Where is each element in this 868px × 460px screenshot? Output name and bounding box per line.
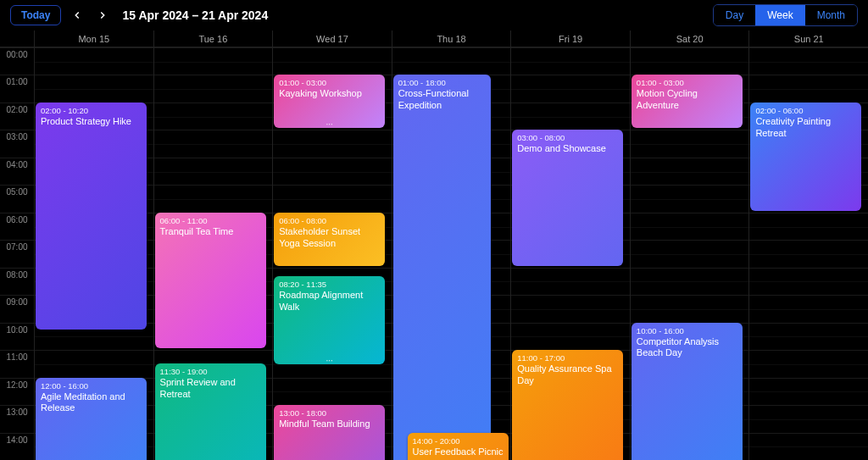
event-time: 03:00 - 08:00	[517, 133, 618, 142]
event-time: 12:00 - 16:00	[41, 381, 142, 391]
day-column-line	[630, 47, 631, 460]
hour-label: 12:00	[0, 379, 34, 405]
event-time: 08:20 - 11:35	[279, 280, 380, 289]
event-title: Roadmap Alignment Walk	[279, 290, 380, 313]
day-column-line	[34, 47, 35, 460]
header-left: Today 15 Apr 2024 – 21 Apr 2024	[10, 5, 268, 25]
half-hour-line	[34, 62, 868, 63]
prev-button[interactable]	[68, 6, 86, 25]
day-header[interactable]: Wed 17	[272, 30, 392, 47]
calendar-event[interactable]: 01:00 - 03:00Kayaking Workshop···	[274, 75, 385, 128]
event-time: 11:00 - 17:00	[517, 353, 618, 363]
hour-row: 00:00	[0, 47, 868, 75]
calendar-event[interactable]: 14:00 - 20:00User Feedback Picnic	[408, 433, 509, 460]
today-button[interactable]: Today	[10, 5, 61, 25]
event-time: 11:30 - 19:00	[160, 367, 261, 376]
event-time: 06:00 - 11:00	[160, 216, 261, 225]
calendar-event[interactable]: 01:00 - 18:00Cross-Functional Expedition	[393, 75, 491, 460]
calendar-event[interactable]: 11:30 - 19:00Sprint Review and Retreat	[155, 363, 266, 460]
calendar-event[interactable]: 12:00 - 16:00Agile Meditation and Releas…	[36, 378, 147, 460]
event-title: Mindful Team Building	[279, 418, 380, 430]
event-time: 10:00 - 16:00	[637, 326, 737, 335]
hour-label: 07:00	[0, 241, 34, 267]
calendar-event[interactable]: 06:00 - 11:00Tranquil Tea Time	[155, 213, 266, 348]
day-header[interactable]: Fri 19	[510, 30, 630, 47]
event-title: Sprint Review and Retreat	[160, 377, 261, 401]
event-title: Agile Meditation and Release	[41, 391, 142, 415]
hour-label: 13:00	[0, 406, 34, 432]
calendar-event[interactable]: 08:20 - 11:35Roadmap Alignment Walk···	[274, 276, 385, 364]
view-week-button[interactable]: Week	[755, 5, 804, 25]
hour-label: 11:00	[0, 351, 34, 377]
view-month-button[interactable]: Month	[805, 5, 857, 25]
hour-label: 09:00	[0, 296, 34, 322]
hour-label: 08:00	[0, 269, 34, 295]
hour-label: 10:00	[0, 324, 34, 350]
view-day-button[interactable]: Day	[714, 5, 755, 25]
event-title: Kayaking Workshop	[279, 88, 380, 100]
hour-label: 05:00	[0, 186, 34, 212]
day-header[interactable]: Tue 16	[153, 30, 273, 47]
hour-label: 02:00	[0, 103, 34, 130]
event-title: Stakeholder Sunset Yoga Session	[279, 226, 380, 250]
grid-body[interactable]: 00:0001:0002:0003:0004:0005:0006:0007:00…	[0, 47, 868, 460]
hour-label: 03:00	[0, 130, 34, 157]
event-time: 01:00 - 03:00	[279, 78, 380, 87]
day-header[interactable]: Sat 20	[630, 30, 749, 47]
view-switch: Day Week Month	[713, 4, 858, 26]
event-title: Tranquil Tea Time	[160, 226, 261, 238]
date-range-title: 15 Apr 2024 – 21 Apr 2024	[122, 8, 268, 22]
event-title: Competitor Analysis Beach Day	[637, 336, 737, 360]
hour-label: 14:00	[0, 434, 34, 460]
time-gutter-head	[0, 30, 34, 47]
day-header[interactable]: Mon 15	[34, 30, 153, 47]
hour-label: 01:00	[0, 75, 34, 102]
calendar-event[interactable]: 10:00 - 16:00Competitor Analysis Beach D…	[632, 323, 743, 460]
event-time: 06:00 - 08:00	[279, 216, 380, 225]
day-column-line	[153, 47, 154, 460]
hour-label: 06:00	[0, 213, 34, 240]
event-title: Cross-Functional Expedition	[398, 88, 486, 112]
day-header[interactable]: Thu 18	[392, 30, 511, 47]
calendar-event[interactable]: 13:00 - 18:00Mindful Team Building	[274, 405, 385, 460]
day-column-line	[272, 47, 273, 460]
event-time: 02:00 - 10:20	[41, 106, 142, 115]
chevron-left-icon	[71, 9, 83, 21]
event-resize-handle[interactable]: ···	[274, 121, 385, 128]
calendar-event[interactable]: 06:00 - 08:00Stakeholder Sunset Yoga Ses…	[274, 213, 385, 266]
event-title: Creativity Painting Retreat	[755, 116, 856, 140]
hour-label: 00:00	[0, 48, 34, 75]
event-title: User Feedback Picnic	[413, 446, 504, 458]
event-title: Quality Assurance Spa Day	[517, 363, 618, 387]
day-header[interactable]: Sun 21	[748, 30, 868, 47]
event-time: 02:00 - 06:00	[755, 106, 856, 115]
chevron-right-icon	[97, 9, 108, 21]
event-time: 14:00 - 20:00	[413, 436, 504, 446]
day-column-line	[748, 47, 749, 460]
calendar-event[interactable]: 01:00 - 03:00Motion Cycling Adventure	[632, 75, 743, 128]
calendar-event[interactable]: 02:00 - 06:00Creativity Painting Retreat	[750, 103, 861, 211]
event-resize-handle[interactable]: ···	[274, 357, 385, 364]
event-title: Demo and Showcase	[517, 143, 618, 155]
calendar-event[interactable]: 03:00 - 08:00Demo and Showcase	[512, 130, 623, 265]
next-button[interactable]	[93, 6, 112, 25]
calendar-header: Today 15 Apr 2024 – 21 Apr 2024 Day Week…	[0, 0, 868, 30]
calendar-event[interactable]: 11:00 - 17:00Quality Assurance Spa Day	[512, 350, 623, 460]
hour-label: 04:00	[0, 158, 34, 185]
event-time: 01:00 - 18:00	[398, 78, 486, 87]
event-time: 13:00 - 18:00	[279, 408, 380, 418]
day-column-line	[510, 47, 511, 460]
event-time: 01:00 - 03:00	[637, 78, 737, 87]
event-title: Product Strategy Hike	[41, 116, 142, 128]
event-title: Motion Cycling Adventure	[637, 88, 737, 112]
day-header-row: Mon 15 Tue 16 Wed 17 Thu 18 Fri 19 Sat 2…	[0, 30, 868, 47]
day-column-line	[392, 47, 392, 460]
calendar-event[interactable]: 02:00 - 10:20Product Strategy Hike	[36, 103, 147, 330]
calendar-grid: Mon 15 Tue 16 Wed 17 Thu 18 Fri 19 Sat 2…	[0, 30, 868, 460]
